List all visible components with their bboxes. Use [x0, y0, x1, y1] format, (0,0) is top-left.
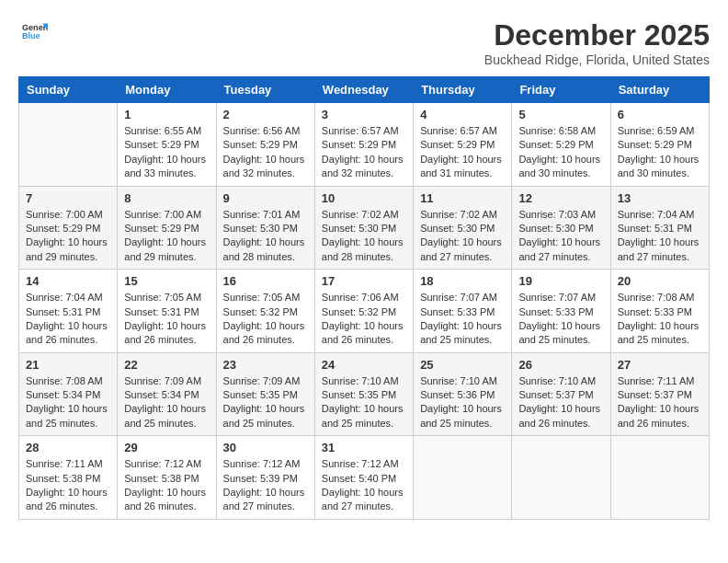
calendar-cell: 3Sunrise: 6:57 AMSunset: 5:29 PMDaylight…	[314, 103, 413, 187]
day-number: 17	[322, 274, 406, 288]
calendar-week-row: 14Sunrise: 7:04 AMSunset: 5:31 PMDayligh…	[19, 270, 710, 353]
day-number: 10	[322, 191, 406, 205]
day-info: Sunrise: 7:00 AMSunset: 5:29 PMDaylight:…	[26, 208, 110, 265]
header-day-wednesday: Wednesday	[314, 77, 413, 103]
calendar-cell: 6Sunrise: 6:59 AMSunset: 5:29 PMDaylight…	[610, 103, 709, 187]
day-info: Sunrise: 7:03 AMSunset: 5:30 PMDaylight:…	[518, 208, 603, 265]
header-day-saturday: Saturday	[610, 77, 709, 103]
calendar-cell: 8Sunrise: 7:00 AMSunset: 5:29 PMDaylight…	[118, 186, 216, 270]
location: Buckhead Ridge, Florida, United States	[484, 52, 710, 67]
calendar-week-row: 7Sunrise: 7:00 AMSunset: 5:29 PMDaylight…	[19, 186, 710, 270]
day-info: Sunrise: 7:00 AMSunset: 5:29 PMDaylight:…	[124, 208, 209, 265]
day-number: 14	[26, 274, 110, 288]
day-info: Sunrise: 7:10 AMSunset: 5:37 PMDaylight:…	[518, 374, 603, 431]
day-info: Sunrise: 7:05 AMSunset: 5:32 PMDaylight:…	[223, 291, 308, 348]
day-info: Sunrise: 7:08 AMSunset: 5:33 PMDaylight:…	[618, 291, 702, 348]
day-number: 25	[420, 358, 505, 372]
calendar-cell: 25Sunrise: 7:10 AMSunset: 5:36 PMDayligh…	[414, 352, 512, 436]
svg-text:Blue: Blue	[22, 31, 40, 40]
calendar-header-row: SundayMondayTuesdayWednesdayThursdayFrid…	[19, 77, 710, 103]
calendar-cell: 1Sunrise: 6:55 AMSunset: 5:29 PMDaylight…	[118, 103, 216, 187]
calendar-cell: 18Sunrise: 7:07 AMSunset: 5:33 PMDayligh…	[414, 270, 512, 353]
logo-icon: General Blue	[22, 18, 48, 44]
calendar-cell	[414, 436, 512, 520]
day-info: Sunrise: 7:07 AMSunset: 5:33 PMDaylight:…	[420, 291, 505, 348]
calendar-cell: 10Sunrise: 7:02 AMSunset: 5:30 PMDayligh…	[314, 186, 413, 270]
calendar-cell: 28Sunrise: 7:11 AMSunset: 5:38 PMDayligh…	[19, 436, 118, 520]
calendar-cell: 27Sunrise: 7:11 AMSunset: 5:37 PMDayligh…	[610, 352, 709, 436]
day-number: 26	[518, 358, 603, 372]
calendar-cell	[610, 436, 709, 520]
month-title: December 2025	[484, 18, 710, 52]
calendar-cell: 23Sunrise: 7:09 AMSunset: 5:35 PMDayligh…	[216, 352, 314, 436]
calendar-cell: 31Sunrise: 7:12 AMSunset: 5:40 PMDayligh…	[314, 436, 413, 520]
day-number: 11	[420, 191, 505, 205]
calendar-cell	[19, 103, 118, 187]
calendar-cell: 17Sunrise: 7:06 AMSunset: 5:32 PMDayligh…	[314, 270, 413, 353]
calendar-cell: 26Sunrise: 7:10 AMSunset: 5:37 PMDayligh…	[512, 352, 610, 436]
title-section: December 2025 Buckhead Ridge, Florida, U…	[484, 18, 710, 67]
day-info: Sunrise: 7:06 AMSunset: 5:32 PMDaylight:…	[322, 291, 406, 348]
day-info: Sunrise: 6:58 AMSunset: 5:29 PMDaylight:…	[518, 124, 603, 181]
day-info: Sunrise: 7:11 AMSunset: 5:37 PMDaylight:…	[618, 374, 702, 431]
day-info: Sunrise: 7:10 AMSunset: 5:36 PMDaylight:…	[420, 374, 505, 431]
day-info: Sunrise: 7:02 AMSunset: 5:30 PMDaylight:…	[322, 208, 406, 265]
day-info: Sunrise: 7:12 AMSunset: 5:40 PMDaylight:…	[322, 457, 406, 514]
calendar-cell	[512, 436, 610, 520]
day-info: Sunrise: 7:01 AMSunset: 5:30 PMDaylight:…	[223, 208, 308, 265]
day-number: 18	[420, 274, 505, 288]
day-number: 30	[223, 441, 308, 454]
day-info: Sunrise: 6:57 AMSunset: 5:29 PMDaylight:…	[322, 124, 406, 181]
calendar-cell: 2Sunrise: 6:56 AMSunset: 5:29 PMDaylight…	[216, 103, 314, 187]
day-number: 21	[26, 358, 110, 372]
day-info: Sunrise: 7:02 AMSunset: 5:30 PMDaylight:…	[420, 208, 505, 265]
day-number: 12	[518, 191, 603, 205]
header-day-monday: Monday	[118, 77, 216, 103]
day-number: 4	[420, 108, 505, 121]
calendar-cell: 9Sunrise: 7:01 AMSunset: 5:30 PMDaylight…	[216, 186, 314, 270]
day-number: 29	[124, 441, 209, 454]
day-info: Sunrise: 6:55 AMSunset: 5:29 PMDaylight:…	[124, 124, 209, 181]
day-info: Sunrise: 7:08 AMSunset: 5:34 PMDaylight:…	[26, 374, 110, 431]
calendar-cell: 7Sunrise: 7:00 AMSunset: 5:29 PMDaylight…	[19, 186, 118, 270]
day-info: Sunrise: 7:07 AMSunset: 5:33 PMDaylight:…	[518, 291, 603, 348]
day-number: 31	[322, 441, 406, 454]
calendar-cell: 19Sunrise: 7:07 AMSunset: 5:33 PMDayligh…	[512, 270, 610, 353]
day-info: Sunrise: 7:04 AMSunset: 5:31 PMDaylight:…	[618, 208, 702, 265]
calendar-cell: 29Sunrise: 7:12 AMSunset: 5:38 PMDayligh…	[118, 436, 216, 520]
day-info: Sunrise: 7:09 AMSunset: 5:35 PMDaylight:…	[223, 374, 308, 431]
calendar-cell: 24Sunrise: 7:10 AMSunset: 5:35 PMDayligh…	[314, 352, 413, 436]
day-info: Sunrise: 6:57 AMSunset: 5:29 PMDaylight:…	[420, 124, 505, 181]
day-info: Sunrise: 6:59 AMSunset: 5:29 PMDaylight:…	[618, 124, 702, 181]
day-info: Sunrise: 7:10 AMSunset: 5:35 PMDaylight:…	[322, 374, 406, 431]
day-number: 24	[322, 358, 406, 372]
day-number: 5	[518, 108, 603, 121]
day-number: 2	[223, 108, 308, 121]
calendar-cell: 22Sunrise: 7:09 AMSunset: 5:34 PMDayligh…	[118, 352, 216, 436]
header-day-thursday: Thursday	[414, 77, 512, 103]
calendar: SundayMondayTuesdayWednesdayThursdayFrid…	[18, 76, 710, 520]
header-day-sunday: Sunday	[19, 77, 118, 103]
day-number: 9	[223, 191, 308, 205]
day-number: 28	[26, 441, 110, 454]
header-day-tuesday: Tuesday	[216, 77, 314, 103]
day-number: 1	[124, 108, 209, 121]
day-number: 16	[223, 274, 308, 288]
logo: General Blue	[18, 18, 48, 44]
day-info: Sunrise: 7:04 AMSunset: 5:31 PMDaylight:…	[26, 291, 110, 348]
day-number: 20	[618, 274, 702, 288]
calendar-cell: 16Sunrise: 7:05 AMSunset: 5:32 PMDayligh…	[216, 270, 314, 353]
day-number: 27	[618, 358, 702, 372]
day-info: Sunrise: 7:09 AMSunset: 5:34 PMDaylight:…	[124, 374, 209, 431]
day-number: 13	[618, 191, 702, 205]
calendar-cell: 13Sunrise: 7:04 AMSunset: 5:31 PMDayligh…	[610, 186, 709, 270]
day-number: 6	[618, 108, 702, 121]
header-day-friday: Friday	[512, 77, 610, 103]
calendar-cell: 12Sunrise: 7:03 AMSunset: 5:30 PMDayligh…	[512, 186, 610, 270]
calendar-cell: 14Sunrise: 7:04 AMSunset: 5:31 PMDayligh…	[19, 270, 118, 353]
calendar-week-row: 21Sunrise: 7:08 AMSunset: 5:34 PMDayligh…	[19, 352, 710, 436]
day-number: 22	[124, 358, 209, 372]
calendar-cell: 11Sunrise: 7:02 AMSunset: 5:30 PMDayligh…	[414, 186, 512, 270]
day-number: 8	[124, 191, 209, 205]
day-info: Sunrise: 7:11 AMSunset: 5:38 PMDaylight:…	[26, 457, 110, 514]
